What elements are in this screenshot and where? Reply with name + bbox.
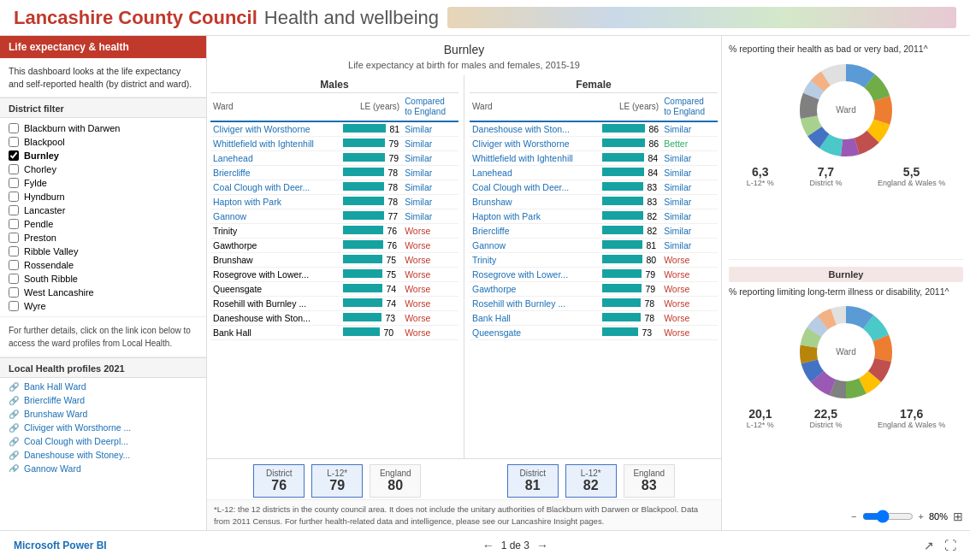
powerbi-link[interactable]: Microsoft Power BI bbox=[14, 539, 107, 551]
ward-cell[interactable]: Daneshouse with Ston... bbox=[470, 121, 600, 137]
local-health-item[interactable]: 🔗Cliviger with Worsthorne ... bbox=[0, 421, 206, 434]
district-item[interactable]: Pendle bbox=[0, 217, 206, 231]
ward-cell[interactable]: Rosehill with Burnley ... bbox=[210, 297, 340, 311]
table-row[interactable]: Daneshouse with Ston... 73 Worse bbox=[210, 311, 458, 326]
prev-page[interactable]: ← bbox=[482, 539, 494, 552]
table-row[interactable]: Briercliffe 78 Similar bbox=[210, 166, 458, 180]
ward-cell[interactable]: Hapton with Park bbox=[470, 209, 600, 224]
table-row[interactable]: Whittlefield with Ightenhill 84 Similar bbox=[470, 151, 718, 166]
ward-cell[interactable]: Gawthorpe bbox=[210, 239, 340, 253]
zoom-minus[interactable]: − bbox=[851, 511, 856, 522]
le-value: 80 bbox=[646, 255, 656, 265]
table-row[interactable]: Bank Hall 78 Worse bbox=[470, 311, 718, 326]
table-row[interactable]: Lanehead 79 Similar bbox=[210, 151, 458, 166]
table-row[interactable]: Queensgate 74 Worse bbox=[210, 282, 458, 297]
table-row[interactable]: Lanehead 84 Similar bbox=[470, 166, 718, 180]
table-row[interactable]: Trinity 80 Worse bbox=[470, 253, 718, 268]
bar-cell: 79 bbox=[340, 151, 403, 166]
ward-cell[interactable]: Whittlefield with Ightenhill bbox=[210, 137, 340, 151]
table-row[interactable]: Briercliffe 82 Similar bbox=[470, 224, 718, 239]
table-row[interactable]: Bank Hall 70 Worse bbox=[210, 326, 458, 340]
table-row[interactable]: Cliviger with Worsthorne 81 Similar bbox=[210, 121, 458, 137]
ward-cell[interactable]: Rosegrove with Lower... bbox=[210, 268, 340, 282]
ward-cell[interactable]: Brunshaw bbox=[470, 195, 600, 209]
ward-cell[interactable]: Whittlefield with Ightenhill bbox=[470, 151, 600, 166]
local-health-item[interactable]: 🔗Bank Hall Ward bbox=[0, 380, 206, 393]
ward-cell[interactable]: Coal Clough with Deer... bbox=[470, 180, 600, 195]
local-health-item[interactable]: 🔗Gannow Ward bbox=[0, 462, 206, 472]
table-row[interactable]: Rosehill with Burnley ... 78 Worse bbox=[470, 297, 718, 311]
district-item[interactable]: Lancaster bbox=[0, 203, 206, 217]
share-icon[interactable]: ↗ bbox=[924, 539, 934, 552]
ward-cell[interactable]: Lanehead bbox=[210, 151, 340, 166]
ward-cell[interactable]: Lanehead bbox=[470, 166, 600, 180]
ward-cell[interactable]: Gawthorpe bbox=[470, 282, 600, 297]
table-row[interactable]: Gawthorpe 79 Worse bbox=[470, 282, 718, 297]
table-row[interactable]: Trinity 76 Worse bbox=[210, 224, 458, 239]
females-totals: District 81L-12* 82England 83 bbox=[464, 464, 719, 498]
zoom-plus[interactable]: + bbox=[919, 511, 924, 522]
status-cell: Worse bbox=[402, 311, 458, 326]
status-cell: Similar bbox=[402, 209, 458, 224]
fullscreen-icon[interactable]: ⛶ bbox=[944, 539, 956, 552]
local-health-item[interactable]: 🔗Daneshouse with Stoney... bbox=[0, 448, 206, 462]
district-item[interactable]: Fylde bbox=[0, 176, 206, 190]
status-cell: Similar bbox=[661, 195, 718, 209]
ward-name: Lanehead bbox=[472, 168, 512, 178]
district-item[interactable]: South Ribble bbox=[0, 272, 206, 286]
table-row[interactable]: Brunshaw 83 Similar bbox=[470, 195, 718, 209]
local-health-item[interactable]: 🔗Brunshaw Ward bbox=[0, 407, 206, 421]
table-row[interactable]: Rosegrove with Lower... 75 Worse bbox=[210, 268, 458, 282]
local-health-item[interactable]: 🔗Coal Clough with Deerpl... bbox=[0, 434, 206, 448]
table-row[interactable]: Gannow 77 Similar bbox=[210, 209, 458, 224]
bar-cell: 74 bbox=[340, 282, 403, 297]
ward-cell[interactable]: Trinity bbox=[470, 253, 600, 268]
ward-cell[interactable]: Gannow bbox=[470, 239, 600, 253]
table-row[interactable]: Rosegrove with Lower... 79 Worse bbox=[470, 268, 718, 282]
ward-cell[interactable]: Rosehill with Burnley ... bbox=[470, 297, 600, 311]
table-row[interactable]: Rosehill with Burnley ... 74 Worse bbox=[210, 297, 458, 311]
district-item[interactable]: Blackburn with Darwen bbox=[0, 121, 206, 135]
table-row[interactable]: Cliviger with Worsthorne 86 Better bbox=[470, 137, 718, 151]
table-row[interactable]: Gannow 81 Similar bbox=[470, 239, 718, 253]
chart1-section: % reporting their health as bad or very … bbox=[729, 43, 963, 260]
ward-cell[interactable]: Bank Hall bbox=[210, 326, 340, 340]
table-row[interactable]: Whittlefield with Ightenhill 79 Similar bbox=[210, 137, 458, 151]
district-item[interactable]: West Lancashire bbox=[0, 286, 206, 299]
ward-cell[interactable]: Briercliffe bbox=[210, 166, 340, 180]
district-item[interactable]: Wyre bbox=[0, 299, 206, 313]
table-row[interactable]: Gawthorpe 76 Worse bbox=[210, 239, 458, 253]
district-item[interactable]: Blackpool bbox=[0, 135, 206, 149]
table-row[interactable]: Queensgate 73 Worse bbox=[470, 326, 718, 340]
district-item[interactable]: Burnley bbox=[0, 149, 206, 162]
table-row[interactable]: Brunshaw 75 Worse bbox=[210, 253, 458, 268]
district-item[interactable]: Preston bbox=[0, 231, 206, 245]
table-row[interactable]: Hapton with Park 82 Similar bbox=[470, 209, 718, 224]
table-row[interactable]: Hapton with Park 78 Similar bbox=[210, 195, 458, 209]
district-item[interactable]: Hyndburn bbox=[0, 190, 206, 203]
table-row[interactable]: Coal Clough with Deer... 83 Similar bbox=[470, 180, 718, 195]
ward-cell[interactable]: Hapton with Park bbox=[210, 195, 340, 209]
ward-cell[interactable]: Cliviger with Worsthorne bbox=[470, 137, 600, 151]
local-health-item[interactable]: 🔗Briercliffe Ward bbox=[0, 393, 206, 407]
ward-cell[interactable]: Cliviger with Worsthorne bbox=[210, 121, 340, 137]
ward-cell[interactable]: Gannow bbox=[210, 209, 340, 224]
table-row[interactable]: Coal Clough with Deer... 78 Similar bbox=[210, 180, 458, 195]
ward-cell[interactable]: Daneshouse with Ston... bbox=[210, 311, 340, 326]
ward-cell[interactable]: Rosegrove with Lower... bbox=[470, 268, 600, 282]
ward-cell[interactable]: Trinity bbox=[210, 224, 340, 239]
district-item[interactable]: Chorley bbox=[0, 162, 206, 176]
ward-cell[interactable]: Brunshaw bbox=[210, 253, 340, 268]
ward-cell[interactable]: Queensgate bbox=[470, 326, 600, 340]
next-page[interactable]: → bbox=[536, 539, 548, 552]
table-row[interactable]: Daneshouse with Ston... 86 Similar bbox=[470, 121, 718, 137]
district-item[interactable]: Ribble Valley bbox=[0, 245, 206, 258]
fit-icon[interactable]: ⊞ bbox=[953, 510, 963, 523]
zoom-slider[interactable] bbox=[862, 510, 914, 523]
ward-cell[interactable]: Briercliffe bbox=[470, 224, 600, 239]
district-item[interactable]: Rossendale bbox=[0, 258, 206, 272]
ward-cell[interactable]: Coal Clough with Deer... bbox=[210, 180, 340, 195]
stat-label: L-12* % bbox=[747, 421, 774, 429]
ward-cell[interactable]: Queensgate bbox=[210, 282, 340, 297]
ward-cell[interactable]: Bank Hall bbox=[470, 311, 600, 326]
